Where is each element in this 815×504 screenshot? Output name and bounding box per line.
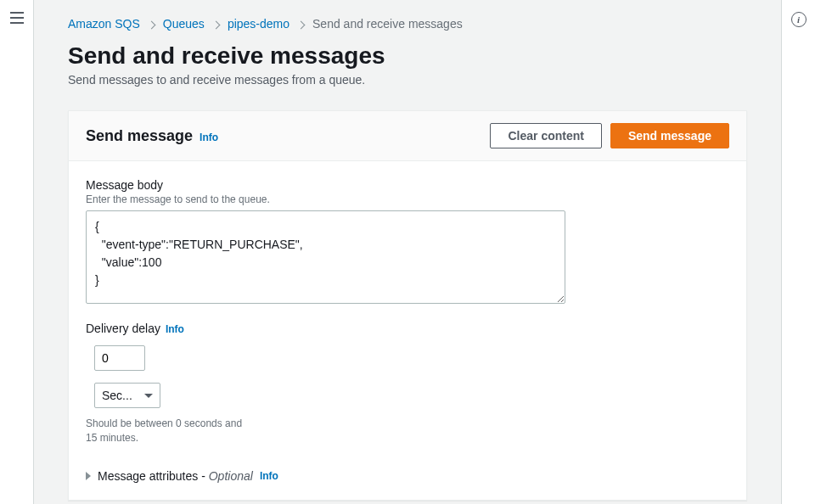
breadcrumb-link-queues[interactable]: Queues bbox=[163, 17, 205, 31]
caret-right-icon bbox=[86, 472, 91, 480]
send-message-panel: Send message Info Clear content Send mes… bbox=[68, 110, 747, 501]
chevron-right-icon bbox=[213, 17, 219, 31]
info-icon[interactable]: i bbox=[791, 12, 807, 27]
hamburger-icon[interactable] bbox=[10, 12, 24, 24]
panel-title: Send message bbox=[86, 127, 193, 145]
send-message-button[interactable]: Send message bbox=[610, 123, 729, 148]
delivery-delay-input[interactable] bbox=[94, 345, 145, 371]
breadcrumb: Amazon SQS Queues pipes-demo Send and re… bbox=[68, 17, 747, 31]
chevron-right-icon bbox=[149, 17, 155, 31]
caret-down-icon bbox=[144, 394, 153, 398]
breadcrumb-current: Send and receive messages bbox=[312, 17, 463, 31]
chevron-right-icon bbox=[298, 17, 304, 31]
right-rail: i bbox=[781, 0, 815, 504]
breadcrumb-link-queue-name[interactable]: pipes-demo bbox=[228, 17, 289, 31]
page-title: Send and receive messages bbox=[68, 42, 747, 70]
select-value: Sec... bbox=[102, 389, 132, 402]
delay-constraint-text: Should be between 0 seconds and 15 minut… bbox=[86, 417, 256, 445]
left-rail bbox=[0, 0, 34, 504]
delivery-delay-unit-select[interactable]: Sec... bbox=[94, 383, 160, 408]
message-body-label: Message body bbox=[86, 178, 729, 192]
info-link-panel[interactable]: Info bbox=[200, 132, 218, 143]
delivery-delay-label: Delivery delay bbox=[86, 322, 160, 335]
message-attributes-toggle[interactable]: Message attributes - Optional Info bbox=[86, 469, 729, 483]
message-body-textarea[interactable]: { "event-type":"RETURN_PURCHASE", "value… bbox=[86, 210, 565, 304]
message-attributes-label: Message attributes - Optional bbox=[98, 469, 253, 483]
info-link-delay[interactable]: Info bbox=[166, 323, 184, 335]
page-subtitle: Send messages to and receive messages fr… bbox=[68, 73, 747, 87]
message-body-hint: Enter the message to send to the queue. bbox=[86, 193, 729, 205]
clear-content-button[interactable]: Clear content bbox=[490, 123, 601, 148]
panel-header: Send message Info Clear content Send mes… bbox=[69, 111, 746, 161]
breadcrumb-link-sqs[interactable]: Amazon SQS bbox=[68, 17, 140, 31]
main-content: Amazon SQS Queues pipes-demo Send and re… bbox=[34, 0, 781, 504]
info-link-attributes[interactable]: Info bbox=[260, 470, 278, 482]
